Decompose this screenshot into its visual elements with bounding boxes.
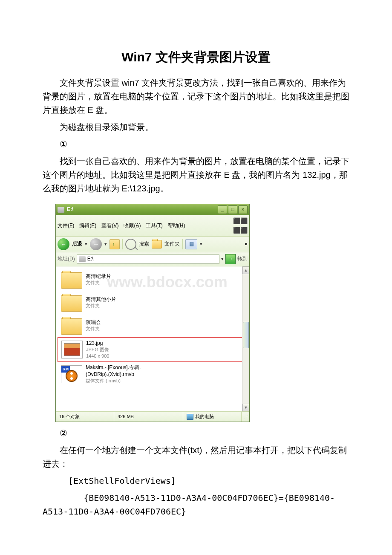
- item-name: 123.jpg: [86, 340, 109, 347]
- menu-favorites[interactable]: 收藏(A): [124, 222, 141, 230]
- item-name-line2: (DvDRip).(Xvid).rmvb: [86, 371, 141, 378]
- back-button[interactable]: ←: [58, 238, 69, 250]
- item-meta: 媒体文件 (.rmvb): [86, 378, 141, 384]
- minimize-button[interactable]: _: [218, 205, 227, 214]
- toolbar-overflow-icon[interactable]: »: [245, 240, 248, 248]
- search-icon[interactable]: [125, 239, 136, 250]
- folder-icon: [61, 295, 82, 312]
- menu-bar: 文件(F) 编辑(E) 查看(V) 收藏(A) 工具(T) 帮助(H) ⬛⬛⬛⬛: [56, 215, 249, 237]
- menu-view[interactable]: 查看(V): [101, 222, 118, 230]
- go-button[interactable]: →: [225, 254, 236, 264]
- list-item[interactable]: RM Maksim.-.[Exoous].专辑. (DvDRip).(Xvid)…: [58, 362, 248, 386]
- step-2-number: ②: [43, 426, 349, 440]
- intro-paragraph: 文件夹背景设置 win7 文件夹背景更改方法，找到一张自己喜欢的、用来作为背景的…: [43, 76, 349, 117]
- list-item-selected[interactable]: 123.jpg JPEG 图像 1440 x 900: [58, 337, 248, 362]
- item-name: 高清其他小片: [86, 296, 116, 303]
- vertical-scrollbar[interactable]: ▲ ▼: [242, 266, 249, 411]
- forward-button[interactable]: →: [90, 238, 102, 250]
- search-label: 搜索: [139, 240, 149, 248]
- status-size: 426 MB: [114, 412, 183, 422]
- video-file-icon: RM: [61, 365, 82, 383]
- address-input[interactable]: E:\: [77, 254, 219, 264]
- close-button[interactable]: ×: [238, 205, 248, 214]
- code-line-1: [ExtShellFolderViews]: [43, 474, 349, 488]
- item-meta: 文件夹: [86, 280, 111, 286]
- step-2-text: 在任何一个地方创建一个文本文件(txt)，然后用记事本打开，把以下代码复制进去：: [43, 443, 349, 471]
- item-name: 高清纪录片: [86, 273, 111, 280]
- folder-icon: [61, 318, 82, 335]
- computer-icon: [187, 414, 193, 420]
- toolbar: ← 后退 ▾ → ▾ 搜索 文件夹 ▦ ▾ »: [56, 237, 249, 252]
- document-title: Win7 文件夹背景图片设置: [43, 47, 349, 67]
- up-folder-button[interactable]: [110, 239, 120, 249]
- menu-help[interactable]: 帮助(H): [168, 222, 185, 230]
- resize-grip-icon[interactable]: ⋰: [242, 412, 249, 422]
- menu-file[interactable]: 文件(F): [58, 222, 74, 230]
- menu-tools[interactable]: 工具(T): [146, 222, 162, 230]
- step-1-text: 找到一张自己喜欢的、用来作为背景的图片，放置在电脑的某个位置，记录下这个图片的地…: [43, 154, 349, 195]
- item-meta: 文件夹: [86, 326, 101, 332]
- forward-dropdown-icon[interactable]: ▾: [104, 240, 107, 248]
- back-dropdown-icon[interactable]: ▾: [85, 240, 87, 248]
- views-button[interactable]: ▦: [185, 239, 197, 249]
- image-file-icon: [61, 341, 83, 358]
- maximize-button[interactable]: □: [228, 205, 237, 214]
- address-bar: 地址(D) E:\ ▾ → 转到: [56, 252, 249, 266]
- list-item[interactable]: 高清其他小片 文件夹: [58, 291, 248, 314]
- drive-icon: [79, 256, 86, 262]
- item-meta: JPEG 图像: [86, 347, 109, 353]
- file-list-pane[interactable]: www.bdocx.com 高清纪录片 文件夹 高清其他小片 文件夹 演唱会: [56, 266, 249, 411]
- address-label: 地址(D): [58, 255, 75, 263]
- item-name: 演唱会: [86, 319, 101, 326]
- window-titlebar[interactable]: E:\ _ □ ×: [56, 204, 249, 215]
- step-root: 为磁盘根目录添加背景。: [43, 120, 349, 134]
- explorer-window: E:\ _ □ × 文件(F) 编辑(E) 查看(V) 收藏(A) 工具(T) …: [55, 204, 250, 422]
- status-bar: 16 个对象 426 MB 我的电脑 ⋰: [56, 411, 249, 422]
- window-title: E:\: [67, 205, 218, 214]
- drive-icon: [58, 207, 64, 213]
- windows-logo-icon: ⬛⬛⬛⬛: [233, 216, 248, 235]
- item-meta: 1440 x 900: [86, 353, 109, 359]
- folder-icon: [61, 272, 82, 289]
- address-dropdown-icon[interactable]: ▾: [221, 255, 224, 263]
- folders-icon[interactable]: [152, 240, 162, 249]
- address-path: E:\: [87, 255, 94, 263]
- status-location: 我的电脑: [183, 412, 242, 422]
- menu-edit[interactable]: 编辑(E): [79, 222, 96, 230]
- code-line-2: {BE098140-A513-11D0-A3A4-00C04FD706EC}={…: [43, 491, 349, 518]
- step-1-number: ①: [43, 137, 349, 151]
- go-label: 转到: [237, 255, 248, 263]
- scroll-thumb[interactable]: [243, 322, 249, 348]
- views-dropdown-icon[interactable]: ▾: [200, 240, 202, 248]
- back-label: 后退: [72, 240, 82, 248]
- status-object-count: 16 个对象: [56, 412, 114, 422]
- scroll-down-button[interactable]: ▼: [242, 404, 249, 411]
- item-meta: 文件夹: [86, 303, 116, 309]
- item-name: Maksim.-.[Exoous].专辑.: [86, 364, 141, 371]
- folders-label: 文件夹: [164, 240, 180, 248]
- list-item[interactable]: 演唱会 文件夹: [58, 314, 248, 337]
- scroll-up-button[interactable]: ▲: [242, 266, 249, 274]
- list-item[interactable]: 高清纪录片 文件夹: [58, 268, 248, 291]
